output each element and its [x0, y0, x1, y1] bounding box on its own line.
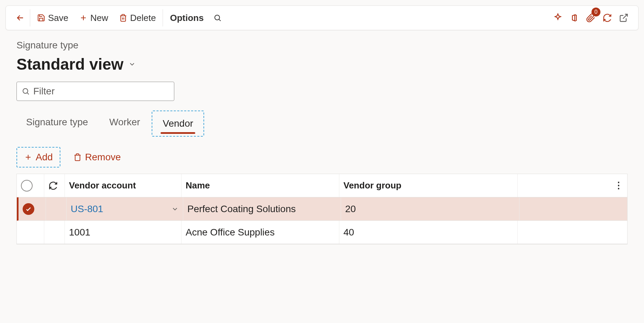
delete-button[interactable]: Delete [114, 9, 161, 26]
search-icon [213, 14, 222, 22]
remove-button[interactable]: Remove [67, 148, 127, 166]
page-title: Standard view [16, 55, 124, 73]
new-label: New [90, 13, 108, 23]
row-status-cell [44, 221, 65, 244]
vendor-account-link[interactable]: US-801 [71, 204, 103, 215]
popout-icon [619, 13, 629, 23]
refresh-icon [602, 13, 612, 23]
row-end [610, 221, 627, 244]
grid-actions: Add Remove [16, 147, 628, 168]
attachments-button[interactable]: 0 [583, 10, 599, 26]
col-label: Vendor group [343, 180, 401, 191]
vendor-group-value: 40 [343, 227, 354, 238]
copilot-button[interactable] [550, 10, 566, 26]
plus-icon [79, 14, 87, 22]
svg-point-1 [23, 89, 28, 93]
name-value: Acne Office Supplies [186, 227, 274, 238]
row-end [610, 197, 627, 220]
save-icon [37, 14, 45, 22]
office-button[interactable] [566, 10, 583, 26]
row-status-cell [46, 197, 67, 220]
separator [30, 9, 30, 26]
svg-point-0 [215, 15, 220, 20]
options-button[interactable]: Options [164, 9, 209, 26]
delete-label: Delete [130, 13, 156, 23]
search-icon [22, 87, 30, 95]
name-value: Perfect Coating Solutions [187, 204, 296, 215]
tabs: Signature type Worker Vendor [16, 111, 628, 137]
command-bar: Save New Delete Options 0 [5, 5, 639, 30]
trash-icon [73, 153, 82, 161]
col-spacer [518, 174, 610, 197]
vendor-group-cell: 40 [339, 221, 518, 244]
arrow-left-icon [15, 13, 25, 23]
select-all-cell[interactable] [17, 174, 44, 197]
row-select-cell[interactable] [19, 197, 46, 220]
table-row[interactable]: 1001 Acne Office Supplies 40 [17, 221, 627, 244]
popout-button[interactable] [616, 10, 632, 26]
col-label: Name [186, 180, 210, 191]
vendor-grid: Vendor account Name Vendor group ⋮ US-8 [16, 174, 628, 244]
refresh-column-header[interactable] [44, 174, 65, 197]
vendor-group-cell: 20 [341, 197, 519, 220]
breadcrumb: Signature type [16, 40, 628, 51]
col-vendor-account[interactable]: Vendor account [65, 174, 182, 197]
plus-icon [24, 153, 32, 161]
row-spacer [518, 221, 610, 244]
chevron-down-icon[interactable] [171, 205, 179, 213]
highlight-vendor-tab: Vendor [152, 111, 204, 137]
separator [163, 9, 163, 26]
circle-checked-icon [23, 203, 34, 215]
tab-label: Worker [109, 117, 140, 127]
grid-more-button[interactable]: ⋮ [610, 174, 627, 197]
grid-header-row: Vendor account Name Vendor group ⋮ [17, 174, 627, 197]
options-label: Options [170, 13, 203, 23]
col-name[interactable]: Name [182, 174, 339, 197]
vendor-account-cell[interactable]: US-801 [67, 197, 183, 220]
tab-signature-type[interactable]: Signature type [16, 111, 98, 137]
office-icon [570, 13, 579, 23]
row-spacer [519, 197, 610, 220]
vendor-account-value: 1001 [69, 227, 90, 238]
filter-input[interactable] [33, 86, 174, 97]
refresh-icon [48, 181, 58, 191]
tab-worker[interactable]: Worker [100, 111, 150, 137]
col-label: Vendor account [69, 180, 136, 191]
vendor-group-value: 20 [345, 204, 356, 215]
highlight-add-button: Add [16, 147, 60, 168]
remove-label: Remove [85, 152, 121, 163]
chevron-down-icon [128, 60, 136, 68]
trash-icon [119, 14, 127, 22]
table-row[interactable]: US-801 Perfect Coating Solutions 20 [17, 197, 627, 221]
add-label: Add [36, 152, 53, 163]
vendor-account-cell[interactable]: 1001 [65, 221, 182, 244]
sparkle-icon [553, 13, 563, 23]
tab-vendor[interactable]: Vendor [153, 112, 203, 135]
add-button[interactable]: Add [18, 148, 59, 166]
search-button[interactable] [209, 10, 226, 26]
tab-label: Signature type [26, 117, 88, 127]
col-vendor-group[interactable]: Vendor group [339, 174, 518, 197]
refresh-button-toolbar[interactable] [599, 10, 616, 26]
view-selector[interactable]: Standard view [16, 55, 628, 73]
more-vertical-icon: ⋮ [614, 180, 623, 191]
back-button[interactable] [12, 10, 28, 26]
tab-label: Vendor [163, 118, 193, 129]
name-cell: Acne Office Supplies [182, 221, 339, 244]
filter-field[interactable] [16, 82, 174, 101]
save-label: Save [48, 13, 68, 23]
save-button[interactable]: Save [32, 9, 74, 26]
new-button[interactable]: New [74, 9, 114, 26]
check-icon [25, 206, 32, 212]
circle-unchecked-icon [21, 180, 33, 192]
page-body: Signature type Standard view Signature t… [0, 36, 644, 249]
name-cell: Perfect Coating Solutions [183, 197, 341, 220]
row-select-cell[interactable] [17, 221, 44, 244]
